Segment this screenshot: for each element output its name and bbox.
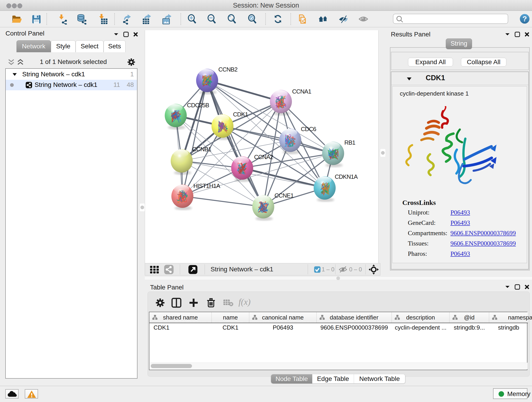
crosslink-label-pharos: Pharos: — [408, 250, 427, 257]
table-settings-gear-icon[interactable] — [155, 298, 165, 308]
crosslink-label-compartments: Compartments: — [408, 230, 447, 237]
table-cell[interactable]: P06493 — [249, 323, 317, 332]
table-h-scrollbar-thumb[interactable] — [151, 364, 192, 368]
edge-CCNB2-CCNA1[interactable] — [207, 80, 281, 102]
open-session-icon[interactable] — [11, 13, 22, 25]
edge-CCNB2-HIST1H1A[interactable] — [182, 80, 207, 196]
node-CCNA2[interactable] — [231, 156, 253, 182]
node-CCNB2[interactable] — [196, 69, 218, 95]
left-splitter-handle[interactable] — [140, 204, 145, 211]
hide-eye-icon[interactable] — [338, 13, 349, 25]
birds-eye-view-icon[interactable] — [150, 264, 160, 274]
table-cell[interactable]: cyclin-dependent ... — [392, 323, 450, 332]
selected-checkbox-icon[interactable] — [314, 266, 321, 273]
column-header-namespace[interactable]: namespace — [489, 312, 532, 323]
results-panel-buttons[interactable] — [505, 32, 530, 38]
import-network-icon[interactable] — [56, 13, 67, 25]
node-HIST1H1A[interactable] — [171, 185, 193, 210]
expand-all-icon[interactable] — [17, 59, 24, 66]
network-row[interactable]: String Network – cdk1 11 48 — [6, 80, 137, 90]
crosslink-link-compartments[interactable]: 9606.ENSP00000378699 — [450, 230, 516, 237]
column-header-name[interactable]: name — [212, 312, 249, 323]
save-session-icon[interactable] — [31, 13, 42, 25]
node-label-CDC25B: CDC25B — [187, 102, 209, 109]
edge-CDK1-RB1[interactable] — [222, 126, 333, 153]
node-CDKN1A[interactable] — [314, 176, 336, 202]
node-CCNE1[interactable] — [252, 195, 274, 221]
tab-node-table[interactable]: Node Table — [271, 374, 312, 383]
import-database-icon[interactable] — [76, 13, 87, 25]
crosslink-link-uniprot[interactable]: P06493 — [450, 209, 470, 216]
zoom-in-icon[interactable] — [187, 13, 198, 25]
open-in-new-window-icon[interactable] — [188, 265, 198, 274]
export-image-icon[interactable] — [161, 13, 172, 25]
network-canvas[interactable]: CCNB2CCNA1CDC25BCDK1CDC6RB1CCNB1CCNA2CDK… — [145, 30, 379, 263]
node-RB1[interactable] — [322, 142, 344, 167]
refresh-icon[interactable] — [272, 13, 283, 25]
import-table-icon[interactable] — [97, 13, 108, 25]
right-splitter-handle[interactable] — [380, 149, 385, 157]
crosslink-link-genecard[interactable]: P06493 — [450, 219, 470, 226]
table-cell[interactable]: CDK1 — [212, 323, 249, 332]
column-header-shared-name[interactable]: shared name — [149, 312, 212, 323]
title-bar[interactable]: Session: New Session — [0, 0, 532, 11]
expand-all-button[interactable]: Expand All — [408, 58, 453, 66]
node-table[interactable]: shared namenamecanonical namedatabase id… — [149, 312, 527, 370]
column-header-database-identifier[interactable]: database identifier — [317, 312, 392, 323]
crosslink-link-tissues[interactable]: 9606.ENSP00000378699 — [450, 240, 516, 247]
zoom-selected-icon[interactable] — [247, 13, 258, 25]
copy-share-icon[interactable] — [297, 13, 308, 25]
tab-select[interactable]: Select — [76, 40, 104, 52]
column-header-canonical-name[interactable]: canonical name — [249, 312, 317, 323]
help-button[interactable]: ? — [520, 14, 530, 24]
tab-sets[interactable]: Sets — [104, 40, 126, 52]
gene-expander-icon[interactable] — [406, 77, 412, 81]
share-network-icon[interactable] — [164, 264, 174, 274]
network-collection-row[interactable]: String Network – cdk1 1 — [6, 69, 137, 80]
horizontal-splitter-handle[interactable] — [336, 276, 340, 280]
table-panel-buttons[interactable] — [505, 284, 530, 291]
table-h-scrollbar[interactable] — [150, 363, 527, 369]
tab-network-table[interactable]: Network Table — [354, 374, 405, 383]
results-buttons-box: Expand All Collapse All — [391, 52, 529, 70]
zoom-fit-icon[interactable] — [227, 13, 238, 25]
control-panel-collapse-icon[interactable] — [114, 32, 139, 38]
table-cell[interactable]: CDK1 — [149, 323, 212, 332]
cloud-button[interactable] — [5, 389, 19, 399]
tab-string[interactable]: String — [446, 38, 472, 49]
tab-style[interactable]: Style — [51, 40, 76, 52]
node-CCNA1[interactable] — [270, 90, 292, 115]
home-icon[interactable] — [318, 13, 329, 25]
protein-structure-image — [405, 106, 497, 189]
fit-selected-crosshair-icon[interactable] — [369, 264, 379, 274]
zoom-out-icon[interactable] — [207, 13, 218, 25]
table-cell[interactable]: stringdb:9... — [450, 323, 489, 332]
network-edge-count: 48 — [127, 81, 134, 89]
node-CDK1[interactable] — [211, 114, 234, 140]
create-column-icon[interactable] — [189, 298, 199, 308]
delete-column-icon[interactable] — [206, 298, 216, 308]
tab-network[interactable]: Network — [17, 40, 51, 52]
collapse-all-icon[interactable] — [7, 59, 15, 66]
export-network-icon[interactable] — [121, 13, 132, 25]
table-cell[interactable]: stringdb — [489, 323, 528, 332]
search-input[interactable] — [404, 15, 506, 23]
show-column-icon[interactable] — [171, 298, 182, 308]
edge-HIST1H1A-CCNE1[interactable] — [182, 196, 263, 207]
export-table-icon[interactable] — [140, 13, 152, 25]
show-eye-icon[interactable] — [358, 13, 369, 25]
column-header-description[interactable]: description — [392, 312, 450, 323]
node-CCNB1[interactable] — [171, 149, 193, 175]
collection-expander-icon[interactable] — [12, 72, 17, 77]
table-cell[interactable]: 9606.ENSP00000378699 — [317, 323, 392, 332]
collapse-all-button[interactable]: Collapse All — [461, 58, 506, 66]
tab-edge-table[interactable]: Edge Table — [312, 374, 354, 383]
node-CDC25B[interactable] — [165, 104, 187, 129]
memory-button[interactable]: Memory — [493, 388, 527, 399]
network-options-gear-icon[interactable] — [127, 58, 136, 66]
search-box[interactable] — [393, 14, 508, 24]
crosslink-link-pharos[interactable]: P06493 — [450, 250, 470, 257]
crosslinks-title: CrossLinks — [402, 199, 436, 206]
column-header-@id[interactable]: @id — [450, 312, 489, 323]
warning-button[interactable] — [25, 389, 38, 399]
